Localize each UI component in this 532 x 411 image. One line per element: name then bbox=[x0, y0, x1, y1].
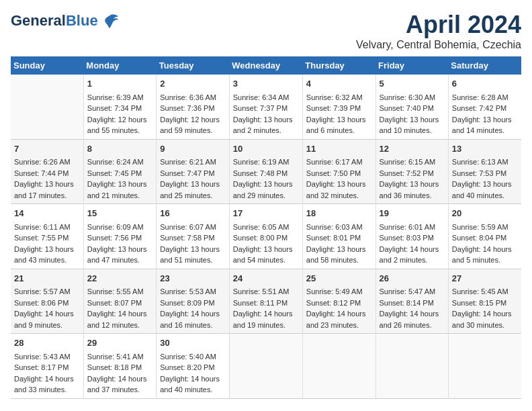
day-info-line: Sunrise: 6:13 AM bbox=[452, 156, 518, 168]
weekday-header-tuesday: Tuesday bbox=[157, 56, 229, 75]
day-number: 24 bbox=[233, 272, 299, 285]
day-info-line: Daylight: 14 hours bbox=[160, 373, 225, 385]
day-info-line: Sunset: 8:15 PM bbox=[452, 298, 518, 309]
day-info-line: Sunrise: 6:09 AM bbox=[87, 222, 152, 233]
day-info-line: Daylight: 13 hours bbox=[306, 179, 372, 190]
day-info-line: Daylight: 14 hours bbox=[14, 373, 80, 385]
day-info-line: Daylight: 13 hours bbox=[233, 179, 299, 190]
day-info-line: Sunrise: 5:49 AM bbox=[306, 286, 372, 298]
day-info-line: Daylight: 13 hours bbox=[380, 114, 445, 126]
day-info-line: Sunrise: 6:05 AM bbox=[233, 222, 299, 233]
day-info-line: and 19 minutes. bbox=[233, 320, 299, 331]
day-info-line: Sunset: 7:47 PM bbox=[160, 168, 225, 179]
day-number: 30 bbox=[160, 336, 225, 350]
day-info-line: and 55 minutes. bbox=[87, 125, 152, 136]
day-info-line: Sunset: 8:14 PM bbox=[380, 298, 445, 309]
day-info-line: Sunset: 7:50 PM bbox=[306, 168, 372, 179]
calendar-cell: 14Sunrise: 6:11 AMSunset: 7:55 PMDayligh… bbox=[11, 204, 83, 269]
day-info-line: Sunrise: 6:11 AM bbox=[14, 222, 80, 233]
logo: GeneralBlue bbox=[11, 11, 120, 31]
day-number: 20 bbox=[452, 207, 518, 220]
day-info-line: Sunrise: 5:59 AM bbox=[452, 222, 518, 233]
day-info-line: Sunset: 8:09 PM bbox=[160, 298, 225, 309]
day-number: 22 bbox=[87, 272, 152, 285]
calendar-cell: 17Sunrise: 6:05 AMSunset: 8:00 PMDayligh… bbox=[229, 204, 302, 269]
day-info-line: and 14 minutes. bbox=[452, 125, 518, 136]
day-info-line: Sunset: 8:07 PM bbox=[87, 298, 152, 309]
day-info-line: Sunrise: 6:21 AM bbox=[160, 156, 225, 168]
day-info-line: Sunset: 7:55 PM bbox=[14, 232, 80, 244]
logo-bird-icon bbox=[99, 11, 120, 31]
day-info-line: Daylight: 14 hours bbox=[233, 308, 299, 320]
day-info-line: Sunset: 8:01 PM bbox=[306, 232, 372, 244]
day-number: 28 bbox=[14, 336, 80, 350]
weekday-header-saturday: Saturday bbox=[448, 56, 521, 75]
day-info-line: and 32 minutes. bbox=[306, 190, 372, 201]
day-info-line: Sunrise: 5:43 AM bbox=[14, 351, 80, 363]
weekday-header-sunday: Sunday bbox=[11, 56, 83, 75]
day-number: 2 bbox=[160, 77, 225, 91]
location-subtitle: Velvary, Central Bohemia, Czechia bbox=[356, 39, 521, 51]
weekday-header-row: SundayMondayTuesdayWednesdayThursdayFrid… bbox=[11, 56, 521, 75]
day-info-line: Sunrise: 6:15 AM bbox=[380, 156, 445, 168]
day-info-line: and 5 minutes. bbox=[452, 255, 518, 266]
day-info-line: Sunset: 7:45 PM bbox=[87, 168, 152, 179]
calendar-cell: 29Sunrise: 5:41 AMSunset: 8:18 PMDayligh… bbox=[83, 334, 156, 399]
calendar-cell: 8Sunrise: 6:24 AMSunset: 7:45 PMDaylight… bbox=[83, 139, 156, 204]
month-title: April 2024 bbox=[356, 11, 521, 39]
day-number: 29 bbox=[87, 336, 152, 350]
day-number: 14 bbox=[14, 207, 80, 220]
day-info-line: Sunrise: 6:03 AM bbox=[306, 222, 372, 233]
day-info-line: and 16 minutes. bbox=[160, 320, 225, 331]
day-info-line: Daylight: 13 hours bbox=[14, 179, 80, 190]
calendar-cell: 26Sunrise: 5:47 AMSunset: 8:14 PMDayligh… bbox=[375, 269, 448, 334]
day-info-line: Daylight: 13 hours bbox=[233, 114, 299, 126]
calendar-cell: 5Sunrise: 6:30 AMSunset: 7:40 PMDaylight… bbox=[375, 75, 448, 139]
day-info-line: Daylight: 14 hours bbox=[380, 308, 445, 320]
day-info-line: Sunset: 7:48 PM bbox=[233, 168, 299, 179]
day-number: 5 bbox=[380, 77, 445, 91]
day-info-line: Sunrise: 5:53 AM bbox=[160, 286, 225, 298]
day-number: 17 bbox=[233, 207, 299, 220]
day-info-line: Daylight: 14 hours bbox=[87, 308, 152, 320]
day-info-line: Daylight: 13 hours bbox=[160, 244, 225, 255]
calendar-cell: 12Sunrise: 6:15 AMSunset: 7:52 PMDayligh… bbox=[375, 139, 448, 204]
day-info-line: and 51 minutes. bbox=[160, 255, 225, 266]
day-info-line: and 40 minutes. bbox=[452, 190, 518, 201]
day-info-line: Daylight: 13 hours bbox=[87, 244, 152, 255]
day-info-line: Daylight: 13 hours bbox=[87, 179, 152, 190]
day-info-line: and 47 minutes. bbox=[87, 255, 152, 266]
calendar-table: SundayMondayTuesdayWednesdayThursdayFrid… bbox=[11, 56, 521, 399]
calendar-cell: 13Sunrise: 6:13 AMSunset: 7:53 PMDayligh… bbox=[448, 139, 521, 204]
day-info-line: Sunset: 8:11 PM bbox=[233, 298, 299, 309]
day-number: 16 bbox=[160, 207, 225, 220]
calendar-cell: 16Sunrise: 6:07 AMSunset: 7:58 PMDayligh… bbox=[157, 204, 229, 269]
day-info-line: Sunrise: 6:39 AM bbox=[87, 92, 152, 103]
day-number: 25 bbox=[306, 272, 372, 285]
day-info-line: Daylight: 14 hours bbox=[306, 308, 372, 320]
calendar-week-4: 28Sunrise: 5:43 AMSunset: 8:17 PMDayligh… bbox=[11, 334, 521, 399]
logo-text: GeneralBlue bbox=[11, 13, 98, 29]
day-info-line: Sunset: 7:44 PM bbox=[14, 168, 80, 179]
day-info-line: Sunrise: 5:45 AM bbox=[452, 286, 518, 298]
day-info-line: Daylight: 14 hours bbox=[380, 244, 445, 255]
day-number: 3 bbox=[233, 77, 299, 91]
day-info-line: Sunrise: 6:28 AM bbox=[452, 92, 518, 103]
day-number: 21 bbox=[14, 272, 80, 285]
day-number: 23 bbox=[160, 272, 225, 285]
day-info-line: and 33 minutes. bbox=[14, 384, 80, 396]
weekday-header-wednesday: Wednesday bbox=[229, 56, 302, 75]
day-number: 4 bbox=[306, 77, 372, 91]
day-info-line: Sunrise: 6:36 AM bbox=[160, 92, 225, 103]
day-info-line: Sunrise: 6:01 AM bbox=[380, 222, 445, 233]
day-number: 7 bbox=[14, 142, 80, 156]
calendar-cell: 3Sunrise: 6:34 AMSunset: 7:37 PMDaylight… bbox=[229, 75, 302, 139]
day-info-line: and 37 minutes. bbox=[87, 384, 152, 396]
calendar-week-0: 1Sunrise: 6:39 AMSunset: 7:34 PMDaylight… bbox=[11, 75, 521, 139]
day-number: 1 bbox=[87, 77, 152, 91]
day-info-line: and 40 minutes. bbox=[160, 384, 225, 396]
calendar-cell: 27Sunrise: 5:45 AMSunset: 8:15 PMDayligh… bbox=[448, 269, 521, 334]
day-info-line: Daylight: 14 hours bbox=[87, 373, 152, 385]
calendar-cell: 6Sunrise: 6:28 AMSunset: 7:42 PMDaylight… bbox=[448, 75, 521, 139]
day-info-line: and 10 minutes. bbox=[380, 125, 445, 136]
